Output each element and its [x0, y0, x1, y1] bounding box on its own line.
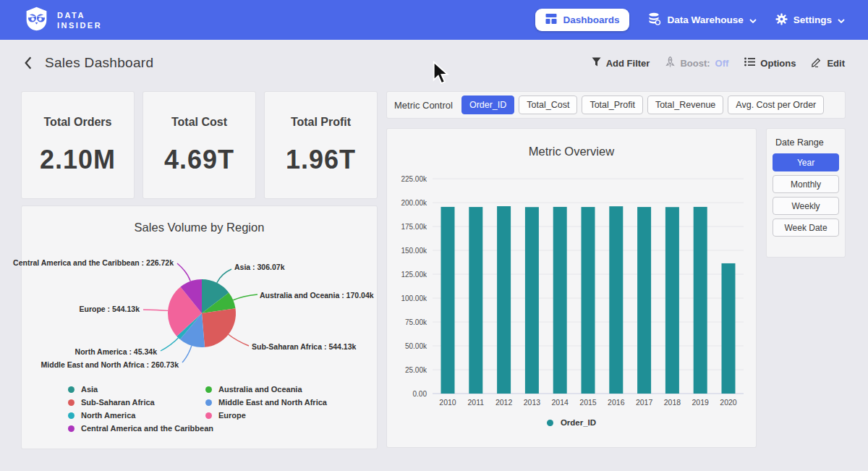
date-range-panel: Date Range YearMonthlyWeeklyWeek Date: [767, 129, 845, 257]
pie-legend-item[interactable]: North America: [68, 411, 135, 420]
metric-chip[interactable]: Order_ID: [461, 96, 514, 114]
settings-menu[interactable]: Settings: [775, 13, 845, 27]
bar[interactable]: [722, 263, 736, 394]
date-range-label: Date Range: [775, 137, 839, 148]
boost-toggle[interactable]: Boost: Off: [665, 56, 728, 69]
x-axis-tick: 2018: [664, 398, 681, 407]
legend-label: Europe: [218, 411, 246, 420]
legend-dot: [68, 399, 75, 406]
data-warehouse-menu[interactable]: Data Warehouse: [648, 12, 756, 27]
bar-chart-title: Metric Overview: [387, 145, 756, 158]
dashboards-label: Dashboards: [563, 14, 619, 25]
pie-leader-line: [143, 310, 168, 310]
pie-legend-item[interactable]: Sub-Saharan Africa: [68, 398, 155, 407]
x-axis-tick: 2014: [552, 398, 569, 407]
legend-dot: [205, 399, 212, 406]
y-axis-tick: 150.00k: [401, 247, 427, 255]
legend-label: Central America and the Caribbean: [81, 424, 213, 433]
y-axis-tick: 0.00: [413, 390, 427, 398]
data-warehouse-label: Data Warehouse: [667, 14, 743, 25]
pie-legend-item[interactable]: Asia: [68, 385, 98, 394]
pie-chart-card: Sales Volume by Region Asia : 306.07kAus…: [22, 206, 377, 449]
chevron-down-icon: [838, 14, 845, 25]
pie-leader-line: [217, 269, 231, 283]
pie-legend-item[interactable]: Middle East and North Africa: [205, 398, 327, 407]
legend-label: Sub-Saharan Africa: [81, 398, 155, 407]
options-button[interactable]: Options: [744, 57, 796, 69]
bar[interactable]: [553, 207, 567, 394]
date-range-button[interactable]: Weekly: [773, 197, 839, 215]
legend-label: Middle East and North Africa: [218, 398, 327, 407]
legend-label: Asia: [81, 385, 98, 394]
filter-icon: [592, 57, 601, 69]
y-axis-tick: 125.00k: [401, 271, 427, 279]
gear-icon: [775, 13, 788, 27]
legend-label: Order_ID: [561, 418, 596, 427]
y-axis-tick: 100.00k: [401, 294, 427, 302]
bar[interactable]: [525, 207, 539, 394]
dashboards-icon: [545, 13, 557, 27]
x-axis-tick: 2016: [608, 398, 625, 407]
legend-dot: [68, 386, 75, 393]
y-axis-tick: 25.00k: [405, 366, 427, 374]
legend-dot: [205, 412, 212, 419]
bar[interactable]: [694, 207, 707, 394]
bar[interactable]: [441, 207, 455, 394]
owl-logo-icon: [23, 5, 50, 35]
pie-slice-label: Sub-Saharan Africa : 544.13k: [252, 342, 356, 351]
navbar: DATA INSIDER Dashboards: [0, 0, 868, 40]
boost-status: Off: [715, 58, 729, 69]
pie-legend-item[interactable]: Central America and the Caribbean: [68, 424, 213, 433]
bar[interactable]: [665, 207, 679, 394]
add-filter-button[interactable]: Add Filter: [592, 57, 650, 69]
list-icon: [744, 57, 755, 69]
legend-dot: [68, 425, 75, 432]
page-header: Sales Dashboard Add Filter Boost: Off: [0, 40, 868, 86]
bar-chart-card: Metric Overview 225.00k200.00k175.00k150…: [387, 129, 756, 447]
legend-dot: [68, 412, 75, 419]
bar-chart-legend[interactable]: Order_ID: [387, 418, 756, 427]
metric-chip[interactable]: Total_Profit: [582, 96, 643, 114]
x-axis-tick: 2017: [636, 398, 653, 407]
kpi-label: Total Cost: [171, 116, 227, 129]
pie-legend-item[interactable]: Europe: [205, 411, 246, 420]
pie-slice[interactable]: [202, 308, 236, 347]
x-axis-tick: 2013: [524, 398, 541, 407]
chevron-down-icon: [749, 14, 757, 25]
x-axis-tick: 2019: [692, 398, 710, 407]
bar[interactable]: [497, 206, 511, 394]
metric-chip[interactable]: Avg. Cost per Order: [728, 96, 824, 114]
chevron-left-icon: [23, 56, 33, 70]
date-range-button[interactable]: Monthly: [773, 175, 839, 193]
bar[interactable]: [609, 206, 623, 394]
kpi-value: 1.96T: [286, 145, 356, 175]
legend-dot: [205, 386, 212, 393]
pie-slice-label: Middle East and North Africa : 260.73k: [41, 360, 179, 369]
kpi-value: 4.69T: [164, 145, 234, 175]
date-range-button[interactable]: Year: [773, 153, 839, 171]
bar-chart: 225.00k200.00k175.00k150.00k125.00k100.0…: [387, 129, 756, 447]
pie-leader-line: [161, 338, 178, 351]
date-range-options: YearMonthlyWeeklyWeek Date: [773, 153, 839, 237]
rocket-icon: [665, 56, 675, 69]
metric-chip[interactable]: Total_Cost: [519, 96, 577, 114]
bar[interactable]: [637, 207, 651, 394]
x-axis-tick: 2015: [579, 398, 597, 407]
pie-slice-label: Central America and the Caribbean : 226.…: [13, 258, 174, 267]
bar[interactable]: [582, 207, 595, 394]
legend-dot: [547, 420, 553, 426]
dashboards-button[interactable]: Dashboards: [535, 9, 629, 31]
date-range-button[interactable]: Week Date: [773, 218, 839, 237]
pie-leader-line: [182, 346, 192, 362]
pie-slice-label: Europe : 544.13k: [80, 305, 140, 313]
metric-chip-row: Order_IDTotal_CostTotal_ProfitTotal_Reve…: [461, 96, 824, 114]
kpi-card: Total Cost4.69T: [143, 92, 255, 198]
metric-control-bar: Metric Control Order_IDTotal_CostTotal_P…: [387, 92, 845, 118]
y-axis-tick: 200.00k: [401, 199, 427, 207]
y-axis-tick: 225.00k: [401, 175, 427, 183]
bar[interactable]: [469, 207, 482, 394]
back-button[interactable]: [23, 56, 33, 70]
pie-legend-item[interactable]: Australia and Oceania: [205, 385, 302, 394]
metric-chip[interactable]: Total_Revenue: [647, 96, 723, 114]
edit-button[interactable]: Edit: [812, 57, 845, 69]
